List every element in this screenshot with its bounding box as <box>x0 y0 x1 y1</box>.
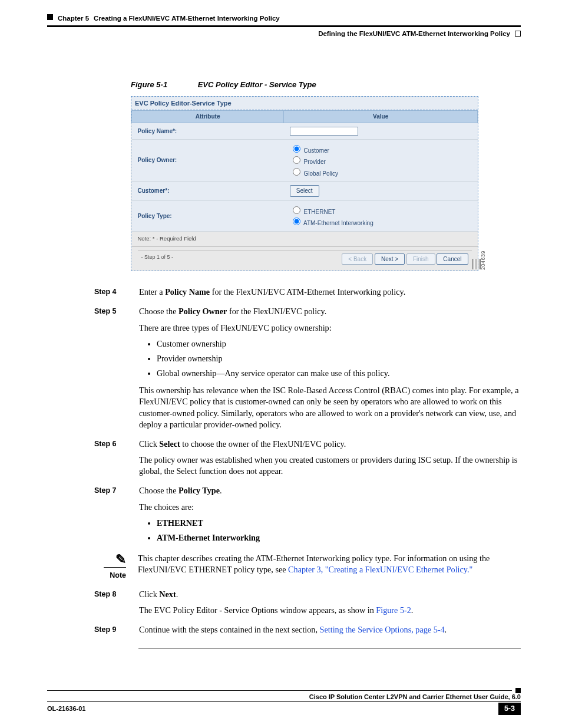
section-title: Defining the FlexUNI/EVC ATM-Ethernet In… <box>318 29 510 39</box>
step-9: Step 9 Continue with the steps contained… <box>94 624 521 640</box>
radio-global[interactable]: Global Policy <box>290 170 338 177</box>
radio-ethernet[interactable]: ETHERNET <box>290 209 336 215</box>
step-5-label: Step 5 <box>94 306 126 435</box>
step-8-label: Step 8 <box>94 589 126 621</box>
col-value: Value <box>284 111 478 123</box>
step-5: Step 5 Choose the Policy Owner for the F… <box>94 306 521 435</box>
list-item: ATM-Ethernet Interworking <box>157 532 521 543</box>
list-item: Provider ownership <box>157 353 521 364</box>
step-6: Step 6 Click Select to choose the owner … <box>94 439 521 482</box>
figure-screenshot: EVC Policy Editor-Service Type Attribute… <box>131 96 478 272</box>
note-link[interactable]: Chapter 3, "Creating a FlexUNI/EVC Ether… <box>288 565 472 574</box>
note-label: Note <box>110 571 126 579</box>
policy-name-input[interactable] <box>290 127 358 136</box>
footer-book-title: Cisco IP Solution Center L2VPN and Carri… <box>47 693 521 701</box>
note-rule <box>104 567 126 568</box>
step-8: Step 8 Click Next. The EVC Policy Editor… <box>94 589 521 621</box>
figure-title: EVC Policy Editor - Service Type <box>198 80 316 89</box>
page-footer: Cisco IP Solution Center L2VPN and Carri… <box>47 688 521 715</box>
row-policy-owner-label: Policy Owner: <box>132 139 284 182</box>
pencil-icon: ✎ <box>94 553 126 566</box>
footer-page-number: 5-3 <box>498 703 521 715</box>
page-header: Chapter 5 Creating a FlexUNI/EVC ATM-Eth… <box>47 14 521 38</box>
finish-button[interactable]: Finish <box>406 253 435 265</box>
next-button[interactable]: Next > <box>375 253 405 265</box>
header-square-icon <box>515 31 521 37</box>
list-item: Global ownership—Any service operator ca… <box>157 368 521 379</box>
radio-customer[interactable]: Customer <box>290 147 329 154</box>
cancel-button[interactable]: Cancel <box>437 253 468 265</box>
figure-link[interactable]: Figure 5-2 <box>376 605 411 615</box>
footer-rule-thin <box>47 701 521 702</box>
step-9-label: Step 9 <box>94 624 126 640</box>
select-customer-button[interactable]: Select <box>290 185 319 197</box>
section-link[interactable]: Setting the Service Options, page 5-4 <box>320 625 445 634</box>
footer-doc-id: OL-21636-01 <box>47 704 85 713</box>
row-policy-type-label: Policy Type: <box>132 200 284 231</box>
back-button[interactable]: < Back <box>342 253 373 265</box>
list-item: ETHERNET <box>157 518 521 529</box>
step-6-label: Step 6 <box>94 439 126 482</box>
note-block: ✎ Note This chapter describes creating t… <box>94 553 521 581</box>
figure-id: 204639 <box>480 251 487 270</box>
step-indicator: - Step 1 of 5 - <box>141 253 174 261</box>
step-4: Step 4 Enter a Policy Name for the FlexU… <box>94 286 521 302</box>
step-4-label: Step 4 <box>94 286 126 302</box>
list-item: Customer ownership <box>157 338 521 350</box>
radio-provider[interactable]: Provider <box>290 159 326 165</box>
panel-title: EVC Policy Editor-Service Type <box>131 97 478 111</box>
radio-atm-ethernet[interactable]: ATM-Ethernet Interworking <box>290 220 373 226</box>
chapter-title: Creating a FlexUNI/EVC ATM-Ethernet Inte… <box>94 14 521 24</box>
row-policy-name-label: Policy Name*: <box>132 123 284 139</box>
header-rule-thin <box>47 27 521 27</box>
chapter-label: Chapter 5 <box>58 14 89 24</box>
section-end-rule <box>138 648 521 648</box>
step-7-label: Step 7 <box>94 485 126 549</box>
step-7: Step 7 Choose the Policy Type. The choic… <box>94 485 521 549</box>
footer-rule <box>47 690 512 691</box>
header-marker-icon <box>47 14 53 20</box>
figure-number: Figure 5-1 <box>131 80 196 90</box>
col-attribute: Attribute <box>132 111 284 123</box>
row-customer-label: Customer*: <box>132 182 284 201</box>
required-note: Note: * - Required Field <box>132 231 478 246</box>
figure-caption: Figure 5-1 EVC Policy Editor - Service T… <box>131 80 521 90</box>
